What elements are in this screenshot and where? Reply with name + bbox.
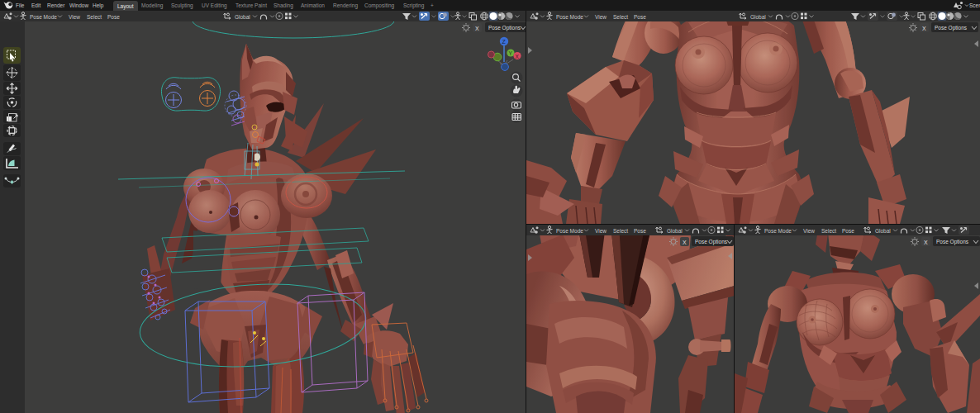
svg-text:Global: Global xyxy=(875,228,891,234)
svg-text:View: View xyxy=(69,14,80,20)
svg-text:Global: Global xyxy=(667,228,683,234)
svg-text:Select: Select xyxy=(87,14,102,20)
svg-text:Z: Z xyxy=(502,39,507,45)
svg-text:Select: Select xyxy=(821,228,836,234)
svg-text:Select: Select xyxy=(613,14,628,20)
svg-text:Y: Y xyxy=(509,50,513,56)
svg-text:View: View xyxy=(595,14,607,20)
svg-text:Pose Mode: Pose Mode xyxy=(556,228,583,234)
svg-text:Pose Mode: Pose Mode xyxy=(30,14,57,20)
svg-text:X: X xyxy=(922,26,926,31)
svg-text:Pose Mode: Pose Mode xyxy=(556,14,583,20)
svg-text:Global: Global xyxy=(235,14,250,20)
svg-text:X: X xyxy=(683,240,687,245)
svg-text:X: X xyxy=(924,240,928,245)
svg-text:View: View xyxy=(803,228,815,234)
svg-text:Pose: Pose xyxy=(842,228,854,234)
svg-text:Select: Select xyxy=(613,228,628,234)
svg-text:X: X xyxy=(475,26,479,31)
svg-text:Global: Global xyxy=(750,14,766,20)
svg-text:Pose Mode: Pose Mode xyxy=(764,228,792,234)
svg-text:Pose: Pose xyxy=(107,14,120,20)
svg-text:Pose: Pose xyxy=(634,228,646,234)
svg-text:View: View xyxy=(595,228,607,234)
svg-text:X: X xyxy=(516,54,520,59)
svg-text:Pose: Pose xyxy=(634,14,646,20)
